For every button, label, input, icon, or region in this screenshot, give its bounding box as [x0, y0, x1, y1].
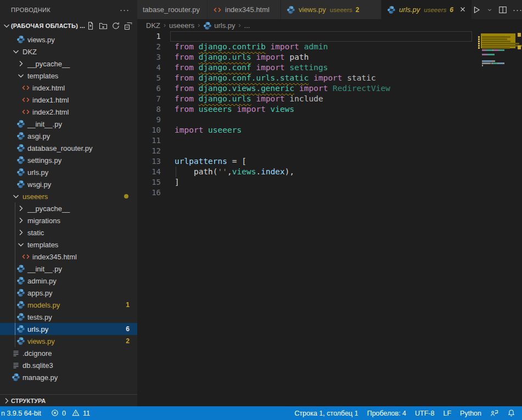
tab-tabase_roouter.py[interactable]: tabase_roouter.py: [137, 0, 207, 19]
line-number: 7: [137, 94, 161, 104]
chevron-down-icon: [2, 21, 11, 30]
tree-item-index1.html[interactable]: index1.html: [0, 94, 137, 106]
tree-item-index2.html[interactable]: index2.html: [0, 106, 137, 118]
minimap-warning-mark: [478, 47, 480, 49]
tree-folder-__pycache__[interactable]: __pycache__: [0, 202, 137, 214]
line-number: 11: [137, 135, 161, 146]
code-line[interactable]: 9: [137, 115, 522, 125]
tree-item-apps.py[interactable]: apps.py: [0, 287, 137, 299]
tree-folder-migrations[interactable]: migrations: [0, 214, 137, 226]
code-editor[interactable]: 12from django.contrib import admin3from …: [137, 31, 522, 406]
run-dropdown[interactable]: [486, 5, 493, 14]
tree-item-urls.py[interactable]: urls.py: [0, 166, 137, 178]
status-encoding[interactable]: UTF-8: [415, 410, 434, 417]
indent-guide: [15, 335, 15, 347]
chevron-right-icon: [16, 216, 25, 225]
code-line[interactable]: 3from django.urls import path: [137, 52, 522, 63]
tree-item-asgi.py[interactable]: asgi.py: [0, 130, 137, 142]
code-line[interactable]: 6from django.views.generic import Redire…: [137, 83, 522, 94]
tree-item-__init__.py[interactable]: __init__.py: [0, 263, 137, 275]
overview-ruler[interactable]: [516, 31, 522, 406]
outline-label: СТРУКТУРА: [11, 398, 46, 404]
minimap-warning-mark: [478, 36, 480, 38]
code-line[interactable]: 11: [137, 135, 522, 146]
collapse-all-icon[interactable]: [124, 21, 133, 30]
chevron-right-icon: [16, 228, 25, 237]
code-line[interactable]: 8from useeers import views: [137, 104, 522, 115]
code-line[interactable]: 5from django.conf.urls.static import sta…: [137, 73, 522, 83]
tree-item-label: models.py: [27, 301, 60, 309]
status-indentation[interactable]: Пробелов: 4: [367, 410, 406, 417]
status-language-mode[interactable]: Python: [460, 410, 481, 417]
status-notifications[interactable]: [507, 409, 515, 417]
html-icon: [21, 83, 30, 92]
explorer-more-icon[interactable]: ···: [120, 5, 130, 14]
tree-folder-__pycache__[interactable]: __pycache__: [0, 58, 137, 70]
breadcrumb-item[interactable]: ...: [244, 21, 250, 30]
new-folder-icon[interactable]: [99, 21, 108, 30]
python-icon: [16, 337, 25, 345]
status-python-interpreter[interactable]: n 3.9.5 64-bit: [1, 410, 41, 417]
status-cursor-position[interactable]: Строка 1, столбец 1: [295, 410, 358, 417]
python-icon: [16, 264, 25, 273]
tree-item-tests.py[interactable]: tests.py: [0, 311, 137, 323]
code-line[interactable]: 16: [137, 188, 522, 198]
tree-item-views.py[interactable]: views.py2: [0, 335, 137, 347]
code-line[interactable]: 14 path('',views.index),: [137, 167, 522, 177]
code-line[interactable]: 13urlpatterns = [: [137, 156, 522, 167]
minimap[interactable]: [480, 31, 516, 406]
close-icon[interactable]: [459, 5, 467, 14]
tree-item-.dcignore[interactable]: .dcignore: [0, 347, 137, 359]
tree-item-__init__.py[interactable]: __init__.py: [0, 118, 137, 130]
tab-urls.py[interactable]: urls.pyuseeers6: [381, 0, 472, 19]
tree-item-urls.py[interactable]: urls.py6: [0, 323, 137, 335]
new-file-icon[interactable]: [86, 21, 95, 30]
tree-item-wsgi.py[interactable]: wsgi.py: [0, 178, 137, 190]
editor-area: tabase_roouter.pyindex345.htmlviews.pyus…: [137, 0, 522, 406]
tree-item-database_roouter.py[interactable]: database_roouter.py: [0, 142, 137, 154]
tree-item-db.sqlite3[interactable]: db.sqlite3: [0, 359, 137, 371]
tree-item-models.py[interactable]: models.py1: [0, 299, 137, 311]
code-line[interactable]: 1: [137, 31, 522, 42]
more-actions-button[interactable]: ···: [513, 5, 522, 14]
breadcrumb-item[interactable]: urls.py: [214, 21, 235, 30]
tree-folder-DKZ[interactable]: DKZ: [0, 46, 137, 58]
tree-folder-templates[interactable]: templates: [0, 70, 137, 82]
tree-item-label: settings.py: [27, 156, 61, 164]
outline-section-header[interactable]: СТРУКТУРА: [0, 394, 137, 406]
tree-item-label: urls.py: [27, 325, 48, 333]
python-icon: [16, 180, 25, 189]
code-line[interactable]: 10import useeers: [137, 125, 522, 135]
status-feedback[interactable]: [490, 409, 498, 417]
tree-item-views.py[interactable]: views.py: [0, 33, 137, 46]
code-line[interactable]: 7from django.urls import include: [137, 94, 522, 104]
tree-item-settings.py[interactable]: settings.py: [0, 154, 137, 166]
tree-item-admin.py[interactable]: admin.py: [0, 275, 137, 287]
status-problems[interactable]: 011: [51, 409, 90, 417]
split-editor-button[interactable]: [498, 5, 507, 14]
explorer-title-row: ПРОВОДНИК ···: [0, 0, 137, 19]
breadcrumb-item[interactable]: DKZ: [146, 21, 160, 30]
breadcrumb-item[interactable]: useeers: [169, 21, 194, 30]
python-icon: [16, 156, 25, 164]
status-eol[interactable]: LF: [443, 410, 451, 417]
code-line[interactable]: 12: [137, 146, 522, 156]
tree-item-manage.py[interactable]: manage.py: [0, 371, 137, 383]
run-button[interactable]: [472, 5, 481, 14]
tree-folder-templates[interactable]: templates: [0, 239, 137, 251]
code-line[interactable]: 15]: [137, 177, 522, 188]
tree-item-index345.html[interactable]: index345.html: [0, 251, 137, 263]
code-line[interactable]: 2from django.contrib import admin: [137, 42, 522, 52]
refresh-icon[interactable]: [111, 21, 120, 30]
tab-views.py[interactable]: views.pyuseeers2: [281, 0, 381, 19]
tree-folder-static[interactable]: static: [0, 226, 137, 239]
tree-folder-useeers[interactable]: useeers: [0, 190, 137, 202]
line-number: 12: [137, 146, 161, 156]
tree-item-index.html[interactable]: index.html: [0, 82, 137, 94]
line-number: 5: [137, 73, 161, 83]
workspace-section-header[interactable]: (РАБОЧАЯ ОБЛАСТЬ) ...: [0, 19, 137, 32]
tab-index345.html[interactable]: index345.html: [207, 0, 281, 19]
problems-badge: 2: [126, 337, 130, 345]
status-bar: n 3.9.5 64-bit011 Строка 1, столбец 1Про…: [0, 406, 522, 420]
code-line[interactable]: 4from django.conf import settings: [137, 63, 522, 73]
